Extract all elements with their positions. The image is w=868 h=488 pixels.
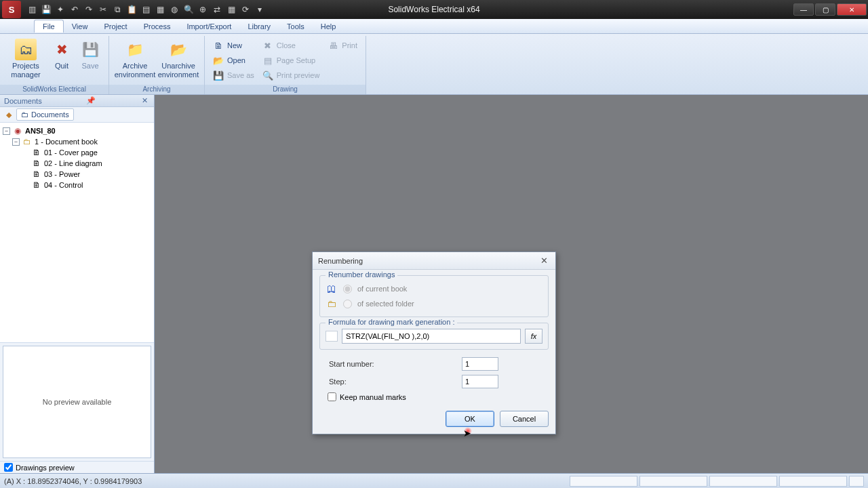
save-as-button[interactable]: 💾Save as — [209, 68, 258, 82]
new-icon: 🗎 — [213, 40, 224, 51]
close-icon: ✖ — [262, 40, 273, 51]
qa-redo-icon[interactable]: ↷ — [83, 3, 95, 16]
menu-tools[interactable]: Tools — [279, 20, 313, 33]
folder-icon: 🗀 — [21, 110, 28, 119]
start-number-input[interactable] — [462, 357, 498, 371]
qa-db-icon[interactable]: ◍ — [168, 3, 180, 16]
qa-copy-icon[interactable]: ⧉ — [111, 3, 123, 16]
tree-root[interactable]: − ◉ ANSI_80 — [1, 125, 153, 136]
ribbon: 🗂 Projects manager ✖ Quit 💾 Save SolidWo… — [0, 34, 868, 95]
step-input[interactable] — [462, 375, 498, 388]
dialog-close-icon[interactable]: ✕ — [538, 256, 550, 266]
label: Quit — [55, 62, 68, 70]
new-button[interactable]: 🗎New — [209, 39, 258, 52]
book-icon: 🕮 — [326, 283, 338, 294]
maximize-button[interactable]: ▢ — [815, 3, 835, 16]
keep-manual-marks-checkbox[interactable] — [328, 392, 336, 401]
qa-cut-icon[interactable]: ✂ — [97, 3, 109, 16]
open-button[interactable]: 📂Open — [209, 54, 258, 67]
tree-page-line-diagram[interactable]: 🗎 02 - Line diagram — [1, 158, 153, 169]
tree-book[interactable]: − 🗀 1 - Document book — [1, 136, 153, 147]
save-as-icon: 💾 — [213, 70, 224, 81]
menu-file[interactable]: File — [34, 20, 64, 33]
qa-refresh-icon[interactable]: ⟳ — [239, 3, 252, 16]
tree-page-control[interactable]: 🗎 04 - Control — [1, 180, 153, 190]
collapse-icon[interactable]: − — [3, 127, 10, 135]
print-icon: 🖶 — [328, 40, 338, 51]
group-label: SolidWorks Electrical — [0, 85, 108, 94]
qa-new-icon[interactable]: ▥ — [26, 3, 38, 16]
tree-page-cover[interactable]: 🗎 01 - Cover page — [1, 147, 153, 158]
qa-wizard-icon[interactable]: ✦ — [54, 3, 66, 16]
menu-project[interactable]: Project — [96, 20, 135, 33]
menu-process[interactable]: Process — [136, 20, 179, 33]
group-label: Archiving — [109, 85, 204, 94]
qa-sheet-icon[interactable]: ▦ — [154, 3, 166, 16]
qa-doc-icon[interactable]: ▤ — [140, 3, 152, 16]
minimize-button[interactable]: — — [793, 3, 814, 16]
renumber-drawings-group: Renumber drawings 🕮 of current book 🗀 of… — [319, 275, 549, 317]
label: Save — [81, 62, 98, 70]
tab-icon[interactable]: ◆ — [3, 110, 15, 119]
open-icon: 📂 — [213, 55, 224, 66]
qa-sync-icon[interactable]: ⇄ — [211, 3, 223, 16]
print-preview-button[interactable]: 🔍Print preview — [258, 68, 324, 82]
print-button[interactable]: 🖶Print — [323, 39, 361, 52]
qa-zoom-icon[interactable]: 🔍 — [182, 3, 195, 16]
menu-import-export[interactable]: Import/Export — [178, 20, 239, 33]
of-current-book-row: 🕮 of current book — [326, 281, 542, 296]
qa-paste-icon[interactable]: 📋 — [125, 3, 138, 16]
cancel-button[interactable]: Cancel — [500, 411, 549, 427]
projects-manager-button[interactable]: 🗂 Projects manager — [4, 37, 47, 80]
menu-library[interactable]: Library — [239, 20, 279, 33]
status-slot — [709, 476, 777, 487]
step-label: Step: — [329, 378, 431, 386]
pin-icon[interactable]: 📌 — [84, 96, 98, 105]
panel-close-icon[interactable]: ✕ — [140, 96, 150, 105]
qa-more-icon[interactable]: ▾ — [254, 3, 266, 16]
archive-env-button[interactable]: 📁 Archive environment — [113, 37, 157, 80]
qa-save-icon[interactable]: 💾 — [40, 3, 52, 16]
unarchive-env-button[interactable]: 📂 Unarchive environment — [157, 37, 200, 80]
page-icon: 🗎 — [31, 148, 42, 157]
renumbering-dialog: Renumbering ✕ Renumber drawings 🕮 of cur… — [312, 251, 556, 434]
page-setup-button[interactable]: ▤Page Setup — [258, 54, 324, 67]
start-number-label: Start number: — [329, 360, 431, 368]
qa-undo-icon[interactable]: ↶ — [68, 3, 81, 16]
page-icon — [326, 331, 338, 342]
collapse-icon[interactable]: − — [12, 138, 20, 146]
page-setup-icon: ▤ — [262, 55, 273, 66]
formula-input[interactable] — [342, 329, 521, 344]
ribbon-group-solidworks: 🗂 Projects manager ✖ Quit 💾 Save SolidWo… — [0, 36, 109, 94]
qa-globe-icon[interactable]: ⊕ — [197, 3, 209, 16]
preview-box: No preview available — [3, 346, 151, 458]
quick-access-toolbar: ▥ 💾 ✦ ↶ ↷ ✂ ⧉ 📋 ▤ ▦ ◍ 🔍 ⊕ ⇄ ▦ ⟳ ▾ — [26, 3, 266, 16]
print-preview-icon: 🔍 — [262, 70, 273, 81]
page-icon: 🗎 — [31, 180, 42, 190]
menu-help[interactable]: Help — [313, 20, 344, 33]
status-slot — [779, 476, 847, 487]
ribbon-group-archiving: 📁 Archive environment 📂 Unarchive enviro… — [109, 36, 205, 94]
drawings-preview-toggle[interactable]: Drawings preview — [0, 461, 154, 473]
close-drawing-button[interactable]: ✖Close — [258, 39, 324, 52]
tree-page-power[interactable]: 🗎 03 - Power — [1, 169, 153, 180]
of-selected-folder-radio — [343, 300, 352, 308]
menu-view[interactable]: View — [64, 20, 96, 33]
qa-grid-icon[interactable]: ▦ — [225, 3, 237, 16]
documents-tab[interactable]: 🗀 Documents — [16, 108, 74, 121]
save-button[interactable]: 💾 Save — [76, 37, 104, 72]
fx-button[interactable]: fx — [525, 329, 542, 344]
close-button[interactable]: ✕ — [837, 3, 867, 16]
quit-button[interactable]: ✖ Quit — [47, 37, 76, 72]
of-current-book-radio — [343, 285, 352, 293]
drawings-preview-checkbox[interactable] — [4, 463, 13, 472]
dialog-titlebar[interactable]: Renumbering ✕ — [313, 252, 555, 270]
documents-tree[interactable]: − ◉ ANSI_80 − 🗀 1 - Document book 🗎 01 -… — [0, 123, 154, 343]
label: Archive environment — [115, 62, 156, 79]
ribbon-group-drawing: 🗎New 📂Open 💾Save as ✖Close ▤Page Setup 🔍… — [205, 36, 366, 94]
titlebar: S ▥ 💾 ✦ ↶ ↷ ✂ ⧉ 📋 ▤ ▦ ◍ 🔍 ⊕ ⇄ ▦ ⟳ ▾ Soli… — [0, 0, 868, 19]
page-icon: 🗎 — [31, 159, 42, 168]
keep-manual-label: Keep manual marks — [340, 393, 406, 401]
ok-button[interactable]: OK — [446, 411, 494, 427]
status-slot — [570, 476, 637, 487]
